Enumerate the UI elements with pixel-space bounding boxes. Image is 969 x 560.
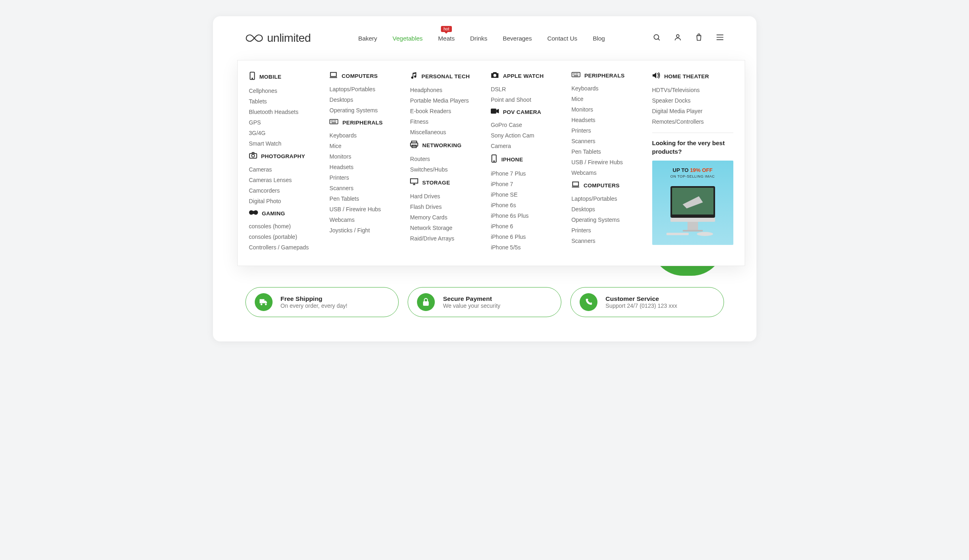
- mega-title: STORAGE: [422, 180, 450, 186]
- mega-heading: NETWORKING: [410, 141, 479, 150]
- mega-link[interactable]: Headsets: [572, 115, 641, 125]
- mega-link[interactable]: Pen Tablets: [329, 193, 399, 204]
- mega-link[interactable]: Cellphones: [249, 86, 318, 96]
- mega-link[interactable]: Scanners: [572, 236, 641, 246]
- mega-link[interactable]: Headphones: [410, 85, 479, 95]
- mega-link[interactable]: Tablets: [249, 96, 318, 107]
- mega-link[interactable]: Mice: [329, 141, 399, 151]
- svg-point-28: [697, 232, 713, 236]
- phone-icon: [491, 154, 497, 164]
- mega-link[interactable]: consoles (home): [249, 221, 318, 232]
- svg-rect-27: [666, 233, 689, 235]
- laptop-icon: [572, 181, 580, 189]
- mega-link[interactable]: Switches/Hubs: [410, 164, 479, 175]
- mega-link[interactable]: GPS: [249, 117, 318, 128]
- feature-free-shipping: Free Shipping On every order, every day!: [245, 287, 399, 317]
- mega-link[interactable]: Fitness: [410, 116, 479, 127]
- mega-link[interactable]: iPhone 7 Plus: [491, 168, 560, 179]
- mega-link[interactable]: Routers: [410, 154, 479, 164]
- nav-bakery[interactable]: Bakery: [358, 35, 377, 42]
- mega-link[interactable]: Hard Drives: [410, 191, 479, 202]
- mega-link[interactable]: Camcorders: [249, 185, 318, 196]
- mega-link[interactable]: Camera: [491, 141, 560, 151]
- mega-link[interactable]: Keyboards: [572, 83, 641, 94]
- nav-drinks[interactable]: Drinks: [470, 35, 488, 42]
- nav-vegetables[interactable]: Vegetables: [393, 35, 423, 42]
- mega-link[interactable]: Flash Drives: [410, 202, 479, 212]
- mega-link[interactable]: Remotes/Controllers: [652, 116, 733, 127]
- mega-link[interactable]: Cameras Lenses: [249, 175, 318, 185]
- svg-point-5: [251, 154, 254, 157]
- nav-beverages[interactable]: Beverages: [503, 35, 532, 42]
- mega-link[interactable]: Webcams: [572, 167, 641, 178]
- mega-link[interactable]: Desktops: [329, 94, 399, 105]
- mega-link[interactable]: Scanners: [329, 183, 399, 193]
- monitor-icon: [410, 178, 418, 187]
- mega-link[interactable]: Cameras: [249, 164, 318, 175]
- mega-link[interactable]: iPhone 6s Plus: [491, 210, 560, 221]
- nav-contact[interactable]: Contact Us: [547, 35, 577, 42]
- truck-icon: [255, 293, 273, 311]
- mega-link[interactable]: Speaker Docks: [652, 95, 733, 106]
- mega-link[interactable]: HDTVs/Televisions: [652, 85, 733, 95]
- mega-link[interactable]: iPhone 5/5s: [491, 242, 560, 253]
- mega-link[interactable]: 3G/4G: [249, 128, 318, 138]
- user-icon[interactable]: [674, 33, 682, 43]
- mega-heading: POV CAMERA: [491, 108, 560, 116]
- mega-link[interactable]: Pen Tablets: [572, 146, 641, 157]
- header-actions: [653, 33, 724, 43]
- mega-link[interactable]: Smart Watch: [249, 138, 318, 149]
- mega-link[interactable]: Scanners: [572, 136, 641, 146]
- feature-customer-service: Customer Service Support 24/7 (0123) 123…: [570, 287, 724, 317]
- mega-link[interactable]: Miscellaneous: [410, 127, 479, 137]
- mega-link[interactable]: Laptops/Portables: [329, 84, 399, 94]
- nav-blog[interactable]: Blog: [593, 35, 605, 42]
- speaker-icon: [652, 72, 660, 81]
- mega-heading: PERIPHERALS: [572, 72, 641, 79]
- mega-link[interactable]: Printers: [329, 172, 399, 183]
- mega-link[interactable]: Laptops/Portables: [572, 193, 641, 204]
- mega-link[interactable]: Headsets: [329, 162, 399, 172]
- mega-link[interactable]: consoles (portable): [249, 232, 318, 242]
- mega-link[interactable]: Operating Systems: [572, 215, 641, 225]
- mega-link[interactable]: iPhone 6s: [491, 200, 560, 210]
- mega-link[interactable]: Controllers / Gamepads: [249, 242, 318, 253]
- mega-link[interactable]: Monitors: [329, 151, 399, 162]
- mega-link[interactable]: Digital Photo: [249, 196, 318, 206]
- promo-banner[interactable]: UP TO 19% OFFON TOP-SELLING IMAC: [652, 161, 733, 245]
- mega-link[interactable]: Keyboards: [329, 130, 399, 141]
- mega-link[interactable]: iPhone SE: [491, 189, 560, 200]
- mega-link[interactable]: Sony Action Cam: [491, 130, 560, 141]
- mega-link[interactable]: Portable Media Players: [410, 95, 479, 106]
- mega-link[interactable]: Joysticks / Fight: [329, 225, 399, 236]
- mega-link[interactable]: iPhone 6: [491, 221, 560, 232]
- mega-link[interactable]: Digital Media Player: [652, 106, 733, 116]
- mega-link[interactable]: Printers: [572, 225, 641, 236]
- mega-link[interactable]: Monitors: [572, 104, 641, 115]
- mega-link[interactable]: Point and Shoot: [491, 94, 560, 105]
- mega-link[interactable]: Memory Cards: [410, 212, 479, 223]
- mega-link[interactable]: Network Storage: [410, 223, 479, 233]
- mega-link[interactable]: Mice: [572, 94, 641, 104]
- search-icon[interactable]: [653, 33, 661, 43]
- mega-link[interactable]: Bluetooth Headsets: [249, 107, 318, 117]
- nav-meats[interactable]: hot Meats: [438, 35, 455, 42]
- mega-link[interactable]: Raid/Drive Arrays: [410, 233, 479, 244]
- mega-link[interactable]: GoPro Case: [491, 120, 560, 130]
- mega-link[interactable]: E-book Readers: [410, 106, 479, 116]
- mega-link[interactable]: Operating Systems: [329, 105, 399, 116]
- mega-link[interactable]: iPhone 7: [491, 179, 560, 189]
- mega-link[interactable]: DSLR: [491, 84, 560, 94]
- mega-link[interactable]: USB / Firewire Hubs: [572, 157, 641, 167]
- mega-link[interactable]: Desktops: [572, 204, 641, 215]
- mega-title: NETWORKING: [422, 142, 462, 148]
- mega-link[interactable]: iPhone 6 Plus: [491, 232, 560, 242]
- mega-link[interactable]: USB / Firewire Hubs: [329, 204, 399, 215]
- logo[interactable]: unlimited: [245, 32, 311, 45]
- menu-icon[interactable]: [716, 34, 724, 42]
- mega-link[interactable]: Printers: [572, 125, 641, 136]
- mega-heading: PHOTOGRAPHY: [249, 152, 318, 160]
- promo-heading: Looking for the very best products?: [652, 139, 733, 156]
- mega-link[interactable]: Webcams: [329, 215, 399, 225]
- cart-icon[interactable]: [695, 33, 703, 43]
